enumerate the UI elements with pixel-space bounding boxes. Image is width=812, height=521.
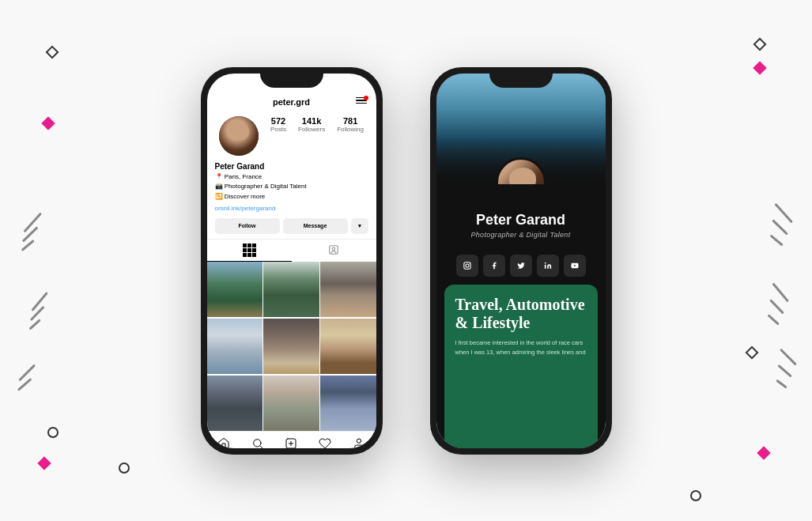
phone-notch-right — [489, 67, 553, 88]
photo-5[interactable] — [263, 319, 319, 374]
social-icons-row — [436, 247, 606, 285]
posts-count: 572 — [271, 116, 285, 126]
photo-grid — [207, 262, 376, 431]
dash-group-right-3 — [774, 364, 796, 389]
photo-1[interactable] — [207, 262, 262, 317]
following-stat: 781 Following — [337, 116, 364, 156]
svg-point-9 — [465, 264, 468, 267]
grid-icon — [243, 244, 256, 257]
portfolio-card: Travel, Automotive & Lifestyle I first b… — [444, 285, 598, 447]
follow-button[interactable]: Follow — [215, 218, 280, 234]
instagram-social-button[interactable] — [456, 255, 478, 277]
portfolio-hero — [436, 74, 606, 184]
profile-nav-button[interactable] — [352, 436, 366, 448]
card-heading: Travel, Automotive & Lifestyle — [455, 296, 587, 332]
search-nav-button[interactable] — [251, 436, 265, 448]
posts-stat: 572 Posts — [270, 116, 286, 156]
phone-notch-left — [260, 67, 323, 88]
avatar-image — [219, 116, 259, 156]
ig-username: peter.grd — [273, 97, 310, 107]
linkedin-social-button[interactable] — [537, 255, 559, 277]
followers-label: Followers — [298, 126, 325, 133]
left-phone: peter.grd 572 Posts — [201, 67, 383, 455]
svg-point-1 — [332, 247, 335, 251]
tab-grid[interactable] — [207, 240, 292, 262]
portfolio-subtitle: Photographer & Digital Talent — [446, 231, 596, 239]
profile-link[interactable]: omnil.ink/petergarand — [215, 205, 368, 212]
bio-profession: 📸 Photographer & Digital Talent — [215, 182, 368, 192]
portfolio-content: Peter Garand Photographer & Digital Tale… — [436, 74, 606, 448]
svg-point-11 — [544, 262, 546, 264]
facebook-social-button[interactable] — [483, 255, 505, 277]
dash-group-right-2 — [765, 300, 788, 326]
followers-stat: 141k Followers — [298, 116, 325, 156]
dash-group-left-3 — [16, 372, 38, 385]
dash-group-left-1 — [20, 221, 45, 247]
instagram-screen: peter.grd 572 Posts — [207, 74, 376, 448]
photo-6[interactable] — [320, 319, 376, 374]
ig-avatar-area — [219, 116, 259, 156]
dash-group-right-1 — [767, 221, 792, 247]
photo-7[interactable] — [207, 376, 262, 431]
portfolio-info: Peter Garand Photographer & Digital Tale… — [436, 184, 606, 247]
tab-tagged[interactable] — [292, 240, 376, 262]
home-nav-button[interactable] — [217, 436, 231, 448]
avatar[interactable] — [219, 116, 259, 156]
following-count: 781 — [343, 116, 357, 126]
portfolio-name: Peter Garand — [446, 213, 596, 228]
person-tag-icon — [328, 244, 339, 255]
photo-9[interactable] — [320, 376, 376, 431]
photo-2[interactable] — [263, 262, 319, 317]
dropdown-button[interactable]: ▾ — [351, 218, 368, 234]
ig-bio: Peter Garand 📍 Paris, France 📸 Photograp… — [207, 160, 376, 215]
twitter-social-button[interactable] — [510, 255, 532, 277]
add-nav-button[interactable] — [284, 436, 298, 448]
bio-location: 📍 Paris, France — [215, 172, 368, 183]
heart-nav-button[interactable] — [318, 436, 332, 448]
notification-badge — [364, 96, 368, 100]
ig-tabs — [207, 239, 376, 262]
photo-3[interactable] — [320, 262, 376, 317]
svg-point-7 — [357, 439, 361, 443]
svg-point-2 — [253, 440, 260, 447]
phones-container: peter.grd 572 Posts — [201, 67, 612, 455]
posts-label: Posts — [270, 126, 286, 133]
card-body: I first became interested in the world o… — [455, 338, 587, 357]
photo-4[interactable] — [207, 319, 262, 374]
ig-stats-row: 572 Posts 141k Followers 781 Following — [207, 113, 376, 160]
svg-point-10 — [468, 264, 469, 265]
right-phone: Peter Garand Photographer & Digital Tale… — [430, 67, 612, 455]
bio-discover: 🔁 Discover more — [215, 192, 368, 202]
photo-8[interactable] — [263, 376, 319, 431]
ig-feed: peter.grd 572 Posts — [207, 74, 376, 448]
message-button[interactable]: Message — [283, 218, 348, 234]
followers-count: 141k — [302, 116, 321, 126]
dash-group-left-2 — [28, 300, 51, 326]
profile-name: Peter Garand — [215, 162, 368, 171]
svg-rect-8 — [463, 262, 470, 269]
following-label: Following — [337, 126, 364, 133]
ig-action-buttons: Follow Message ▾ — [207, 215, 376, 237]
svg-line-3 — [260, 446, 262, 447]
youtube-social-button[interactable] — [564, 255, 586, 277]
portfolio-screen: Peter Garand Photographer & Digital Tale… — [436, 74, 606, 448]
ig-bottom-nav — [207, 431, 376, 448]
